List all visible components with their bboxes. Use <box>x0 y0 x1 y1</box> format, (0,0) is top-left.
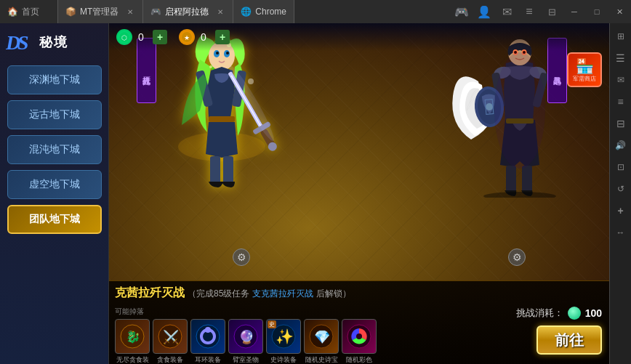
svg-point-25 <box>209 65 212 68</box>
drop-item-4[interactable]: 🔮 臂室圣物 <box>228 319 263 364</box>
windows-icon[interactable]: ⊟ <box>542 1 562 22</box>
svg-text:⬡: ⬡ <box>121 34 127 41</box>
drop-label: 可能掉落 <box>115 307 377 317</box>
go-button[interactable]: 前往 <box>536 325 602 355</box>
tab-home-label: 首页 <box>22 6 39 18</box>
chrome-icon: 🌐 <box>241 7 252 17</box>
sidebar-item-void[interactable]: 虚空地下城 <box>7 170 102 199</box>
drop-item-icon-4[interactable]: 🔮 <box>228 319 263 354</box>
drop-section: 可能掉落 🐉 无尽贪食装备 <box>115 307 377 364</box>
right-icon-box[interactable]: ⊡ <box>611 157 631 177</box>
drop-item-2[interactable]: ⚔️ 贪食装备 <box>153 319 188 364</box>
right-icon-speaker[interactable]: 🔊 <box>611 135 631 155</box>
svg-text:S: S <box>17 31 29 54</box>
tab-chrome[interactable]: 🌐 Chrome <box>233 0 294 23</box>
right-icon-refresh[interactable]: ↺ <box>611 179 631 199</box>
unlock-link[interactable]: 支克茜拉歼灭战 <box>252 288 313 300</box>
menu-icon[interactable]: ≡ <box>519 1 539 22</box>
svg-rect-36 <box>522 166 532 193</box>
right-section: 挑战消耗： 100 前往 <box>516 307 602 355</box>
sidebar-logo: D S 秘境 <box>6 31 68 54</box>
bottom-panel: 克茜拉歼灭战 （完成85级任务 支克茜拉歼灭战 后解锁） 可能掉落 <box>109 280 609 364</box>
tab-mt[interactable]: 📦 MT管理器 ✕ <box>58 0 143 23</box>
tab-chrome-label: Chrome <box>255 7 286 17</box>
close-btn[interactable]: ✕ <box>609 1 630 22</box>
gem-icon <box>568 307 581 320</box>
drop-item-icon-6[interactable]: 💎 <box>304 319 339 354</box>
svg-text:🐉: 🐉 <box>126 330 140 344</box>
sidebar-item-ancient[interactable]: 远古地下城 <box>7 100 102 129</box>
svg-text:💎: 💎 <box>314 329 331 345</box>
svg-rect-14 <box>223 156 233 185</box>
challenge-cost-label: 挑战消耗： <box>516 307 563 320</box>
drop-item-7[interactable]: 随机彩色 <box>342 319 377 364</box>
game-icon: 🎮 <box>150 7 161 17</box>
right-icon-mail[interactable]: ✉ <box>611 70 631 90</box>
drop-item-icon-1[interactable]: 🐉 <box>115 319 150 354</box>
currency1-add-btn[interactable]: + <box>153 30 167 44</box>
drop-item-icon-5[interactable]: 史 ✨ <box>266 319 301 354</box>
drop-item-icon-7[interactable] <box>342 319 377 354</box>
sidebar-item-abyss[interactable]: 深渊地下城 <box>7 65 102 94</box>
item7-icon <box>345 323 373 350</box>
tab-game[interactable]: 🎮 启程阿拉德 ✕ <box>143 0 233 23</box>
unlock-prefix: （完成85级任务 <box>188 288 249 300</box>
svg-text:★: ★ <box>184 34 190 41</box>
tab-mt-close[interactable]: ✕ <box>125 7 135 17</box>
tab-home[interactable]: 🏠 首页 <box>0 0 58 23</box>
svg-point-43 <box>494 52 545 169</box>
drop-item-label-5: 史诗装备 <box>270 355 297 364</box>
svg-point-11 <box>226 52 229 54</box>
minimize-btn[interactable]: ─ <box>564 1 584 22</box>
sidebar-item-team[interactable]: 团队地下城 <box>7 205 102 234</box>
drop-item-icon-3[interactable] <box>190 319 225 354</box>
epic-tag: 史 <box>268 320 276 328</box>
svg-text:⚔️: ⚔️ <box>163 329 180 345</box>
dungeon-name: 克茜拉歼灭战 <box>115 286 185 301</box>
item1-icon: 🐉 <box>118 323 146 350</box>
ds-logo-icon: D S <box>6 31 35 54</box>
svg-rect-13 <box>210 156 220 185</box>
user-icon[interactable]: 👤 <box>474 1 494 22</box>
drop-item-6[interactable]: 💎 随机史诗宝珠 <box>304 319 339 364</box>
dungeon-title-row: 克茜拉歼灭战 （完成85级任务 支克茜拉歼灭战 后解锁） <box>115 286 602 304</box>
right-icon-menu[interactable]: ≡ <box>611 92 631 112</box>
right-icon-minus[interactable]: ⊟ <box>611 113 631 134</box>
drop-item-1[interactable]: 🐉 无尽贪食装备 <box>115 319 150 364</box>
right-icon-grid[interactable]: ⊞ <box>611 26 631 46</box>
sidebar: D S 秘境 深渊地下城 远古地下城 混沌地下城 虚空地下城 团队地下城 <box>0 23 109 364</box>
titlebar-right: 🎮 👤 ✉ ≡ ⊟ ─ □ ✕ <box>451 1 631 22</box>
drop-item-5[interactable]: 史 ✨ 史诗装备 <box>266 319 301 364</box>
item4-icon: 🔮 <box>232 323 260 350</box>
maximize-btn[interactable]: □ <box>587 1 607 22</box>
challenge-cost: 挑战消耗： 100 <box>516 307 602 320</box>
title-bar: 🏠 首页 📦 MT管理器 ✕ 🎮 启程阿拉德 ✕ 🌐 Chrome 🎮 👤 ✉ … <box>0 0 631 23</box>
item6-icon: 💎 <box>308 323 335 350</box>
home-icon: 🏠 <box>7 7 18 17</box>
sidebar-abyss-label: 深渊地下城 <box>29 73 80 86</box>
sidebar-item-chaos[interactable]: 混沌地下城 <box>7 135 102 164</box>
right-icon-arrow[interactable]: ↔ <box>611 222 631 243</box>
sidebar-team-label: 团队地下城 <box>29 213 80 226</box>
svg-text:✨: ✨ <box>276 328 294 345</box>
gear-icon-left[interactable]: ⚙ <box>233 248 250 266</box>
drop-item-3[interactable]: 耳环装备 <box>190 319 225 364</box>
drop-item-icon-2[interactable]: ⚔️ <box>153 319 188 354</box>
svg-point-58 <box>356 333 362 339</box>
item3-icon <box>194 323 222 350</box>
tab-game-close[interactable]: ✕ <box>215 7 225 17</box>
green-coin-icon: ⬡ <box>116 29 132 45</box>
currency2-add-btn[interactable]: + <box>215 30 230 44</box>
right-icon-list[interactable]: ☰ <box>611 48 631 68</box>
right-icon-add[interactable]: + <box>611 201 631 221</box>
mail-icon[interactable]: ✉ <box>497 1 517 22</box>
gamepad-icon[interactable]: 🎮 <box>451 1 472 22</box>
gear-icon-right[interactable]: ⚙ <box>508 248 526 266</box>
currency2-value: 0 <box>201 31 209 43</box>
sidebar-void-label: 虚空地下城 <box>29 178 80 191</box>
drop-item-label-6: 随机史诗宝珠 <box>304 355 339 364</box>
tab-mt-label: MT管理器 <box>80 6 118 18</box>
drop-item-label-7: 随机彩色 <box>346 355 372 364</box>
game-header: ⬡ 0 + ★ 0 + <box>109 23 609 51</box>
go-button-label: 前往 <box>555 331 584 350</box>
